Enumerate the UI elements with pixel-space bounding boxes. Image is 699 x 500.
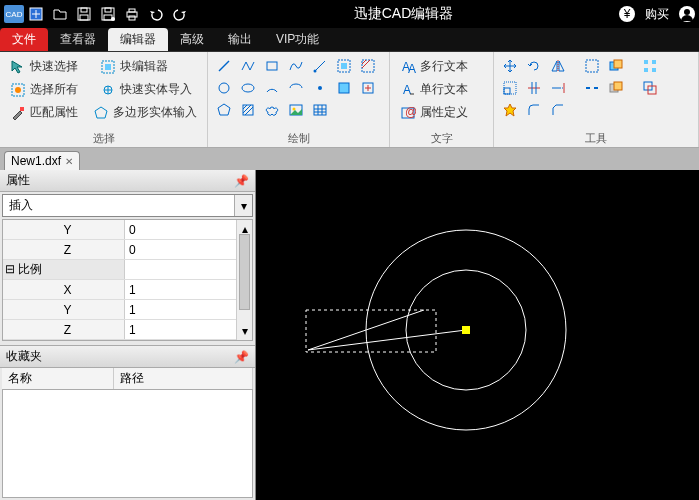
scroll-down-icon[interactable]: ▾ (242, 324, 248, 338)
hatch-select-icon[interactable] (358, 56, 378, 76)
scrollbar[interactable]: ▴ ▾ (236, 220, 252, 340)
stext-button[interactable]: A单行文本 (396, 79, 487, 100)
pin-icon[interactable]: 📌 (234, 350, 249, 364)
offset-icon[interactable] (640, 78, 660, 98)
ray-icon[interactable] (310, 56, 330, 76)
fav-col-name[interactable]: 名称 (2, 368, 114, 389)
array-icon[interactable] (640, 56, 660, 76)
property-row[interactable]: Y0 (3, 220, 252, 240)
svg-rect-24 (20, 107, 24, 111)
menu-file[interactable]: 文件 (0, 28, 48, 51)
property-value[interactable]: 0 (125, 220, 252, 239)
polygon-icon[interactable] (214, 100, 234, 120)
dropdown-arrow-icon[interactable]: ▾ (234, 195, 252, 216)
explode-icon[interactable] (500, 100, 520, 120)
property-key: Z (3, 240, 125, 259)
svg-point-37 (318, 86, 322, 90)
menu-tab-viewer[interactable]: 查看器 (48, 28, 108, 51)
close-tab-icon[interactable]: ✕ (65, 156, 73, 167)
select-all-button[interactable]: 选择所有 (6, 79, 92, 100)
undo-icon[interactable] (144, 2, 168, 26)
image-icon[interactable] (286, 100, 306, 120)
svg-point-29 (314, 70, 317, 73)
svg-point-36 (242, 84, 254, 92)
property-row[interactable]: Z0 (3, 240, 252, 260)
move-icon[interactable] (500, 56, 520, 76)
attdef-button[interactable]: @属性定义 (396, 102, 487, 123)
extend-icon[interactable] (548, 78, 568, 98)
insert-dropdown[interactable]: 插入 ▾ (2, 194, 253, 217)
scale-icon[interactable] (500, 78, 520, 98)
table-icon[interactable] (310, 100, 330, 120)
property-value[interactable]: 0 (125, 240, 252, 259)
svg-text:@: @ (405, 105, 416, 119)
currency-icon[interactable]: ¥ (615, 2, 639, 26)
menu-tab-output[interactable]: 输出 (216, 28, 264, 51)
fav-col-path[interactable]: 路径 (114, 368, 253, 389)
arc-icon[interactable] (262, 78, 282, 98)
menu-tab-editor[interactable]: 编辑器 (108, 28, 168, 51)
new-icon[interactable] (24, 2, 48, 26)
region-icon[interactable] (334, 56, 354, 76)
open-icon[interactable] (48, 2, 72, 26)
redo-icon[interactable] (168, 2, 192, 26)
property-row[interactable]: Z1 (3, 320, 252, 340)
selection-icon[interactable] (582, 56, 602, 76)
document-tab[interactable]: New1.dxf ✕ (4, 151, 80, 170)
rectangle-icon[interactable] (262, 56, 282, 76)
svg-marker-63 (559, 61, 564, 71)
quick-entity-import-button[interactable]: 快速实体导入 (96, 79, 196, 100)
scroll-thumb[interactable] (239, 234, 250, 310)
property-value[interactable]: 1 (125, 320, 252, 339)
ellipse-arc-icon[interactable] (286, 78, 306, 98)
svg-rect-7 (105, 8, 111, 12)
match-props-button[interactable]: 匹配属性 (6, 102, 85, 123)
property-row[interactable]: X1 (3, 280, 252, 300)
block-editor-button[interactable]: 块编辑器 (96, 56, 172, 77)
fav-list[interactable] (2, 390, 253, 498)
print-icon[interactable] (120, 2, 144, 26)
mirror-icon[interactable] (548, 56, 568, 76)
block-icon[interactable] (334, 78, 354, 98)
ribbon-group-select: 快速选择 块编辑器 选择所有 快速实体导入 匹配属性 多边形实体输入 选择 (0, 52, 208, 147)
buy-button[interactable]: 购买 (645, 6, 669, 23)
spline-icon[interactable] (286, 56, 306, 76)
break-icon[interactable] (582, 78, 602, 98)
line-icon[interactable] (214, 56, 234, 76)
insert-icon[interactable] (358, 78, 378, 98)
ellipse-icon[interactable] (238, 78, 258, 98)
property-value[interactable] (125, 260, 252, 279)
menu-tab-vip[interactable]: VIP功能 (264, 28, 331, 51)
cloud-icon[interactable] (262, 100, 282, 120)
circle-icon[interactable] (214, 78, 234, 98)
saveas-icon[interactable] (96, 2, 120, 26)
user-icon[interactable] (675, 2, 699, 26)
property-value[interactable]: 1 (125, 280, 252, 299)
ribbon-label-text: 文字 (396, 131, 487, 145)
chamfer-icon[interactable] (548, 100, 568, 120)
property-value[interactable]: 1 (125, 300, 252, 319)
left-panel: 属性 📌 插入 ▾ Y0Z0⊟ 比例X1Y1Z1 ▴ ▾ 收藏夹 📌 名称 路径 (0, 170, 256, 500)
ribbon-group-tools: 工具 (494, 52, 699, 147)
svg-rect-89 (306, 310, 436, 352)
property-row[interactable]: ⊟ 比例 (3, 260, 252, 280)
polygon-entity-input-button[interactable]: 多边形实体输入 (89, 102, 201, 123)
property-row[interactable]: Y1 (3, 300, 252, 320)
save-icon[interactable] (72, 2, 96, 26)
hatch-icon[interactable] (238, 100, 258, 120)
mtext-button[interactable]: AA多行文本 (396, 56, 487, 77)
menu-tab-advanced[interactable]: 高级 (168, 28, 216, 51)
fillet-icon[interactable] (524, 100, 544, 120)
polyline-icon[interactable] (238, 56, 258, 76)
group-remove-icon[interactable] (606, 78, 626, 98)
group-add-icon[interactable] (606, 56, 626, 76)
property-grid: Y0Z0⊟ 比例X1Y1Z1 ▴ ▾ (2, 219, 253, 341)
ribbon-group-draw: 绘制 (208, 52, 390, 147)
trim-icon[interactable] (524, 78, 544, 98)
rotate-icon[interactable] (524, 56, 544, 76)
pin-icon[interactable]: 📌 (234, 174, 249, 188)
quick-select-button[interactable]: 快速选择 (6, 56, 92, 77)
point-icon[interactable] (310, 78, 330, 98)
fav-panel-title: 收藏夹 (6, 348, 42, 365)
drawing-canvas[interactable] (256, 170, 699, 500)
